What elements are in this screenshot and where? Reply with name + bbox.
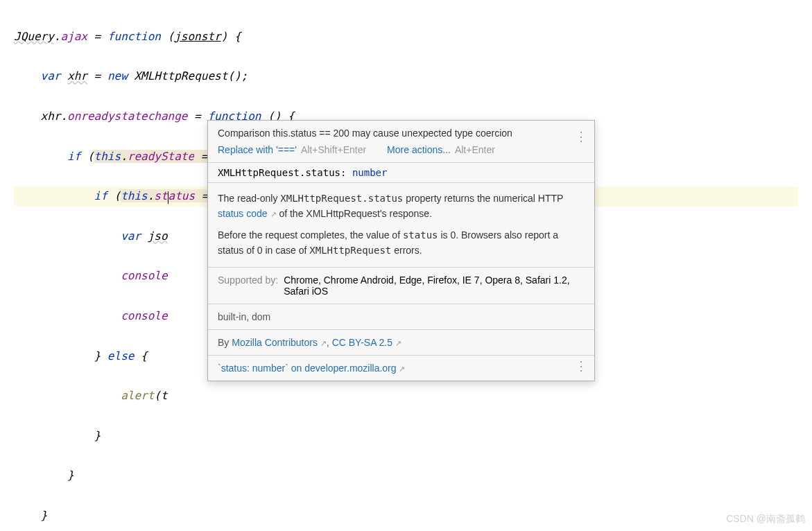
caret [168, 191, 169, 204]
watermark: CSDN @南斋孤鹤 [726, 513, 805, 525]
code-line[interactable]: alert(t [14, 386, 798, 406]
code-line[interactable]: } [14, 506, 798, 526]
external-link-icon: ↗ [399, 365, 405, 373]
mozilla-contributors-link[interactable]: Mozilla Contributors ↗ [232, 337, 327, 348]
code-line[interactable]: } [14, 466, 798, 486]
external-link-icon: ↗ [320, 339, 327, 347]
code-line[interactable]: } [14, 426, 798, 446]
code-line[interactable]: JQuery.ajax = function (jsonstr) { [14, 27, 798, 47]
inspection-message: Comparison this.status == 200 may cause … [218, 128, 585, 139]
shortcut-label: Alt+Shift+Enter [301, 144, 366, 155]
tooltip-attribution: By Mozilla Contributors ↗, CC BY-SA 2.5 … [208, 330, 594, 356]
external-link-icon: ↗ [395, 339, 401, 347]
more-icon[interactable]: ⋮ [575, 358, 587, 374]
more-icon[interactable]: ⋮ [575, 129, 587, 144]
tooltip-inspection-section: Comparison this.status == 200 may cause … [208, 121, 594, 163]
status-code-link[interactable]: status code ↗ [218, 208, 277, 219]
mdn-link[interactable]: `status: number` on developer.mozilla.or… [218, 363, 405, 374]
shortcut-label: Alt+Enter [455, 144, 495, 155]
code-line[interactable]: var xhr = new XMLHttpRequest(); [14, 67, 798, 87]
tooltip-support: Supported by: Chrome, Chrome Android, Ed… [208, 268, 594, 304]
license-link[interactable]: CC BY-SA 2.5 ↗ [332, 337, 401, 348]
inspection-tooltip: Comparison this.status == 200 may cause … [207, 120, 595, 381]
tooltip-signature: XMLHttpRequest.status: number [208, 163, 594, 183]
tooltip-tags: built-in, dom [208, 304, 594, 330]
tooltip-documentation: The read-only XMLHttpRequest.status prop… [208, 183, 594, 268]
quickfix-replace-link[interactable]: Replace with '===' [218, 144, 297, 155]
tooltip-footer: `status: number` on developer.mozilla.or… [208, 356, 594, 381]
more-actions-link[interactable]: More actions... [387, 144, 451, 155]
external-link-icon: ↗ [270, 210, 277, 218]
